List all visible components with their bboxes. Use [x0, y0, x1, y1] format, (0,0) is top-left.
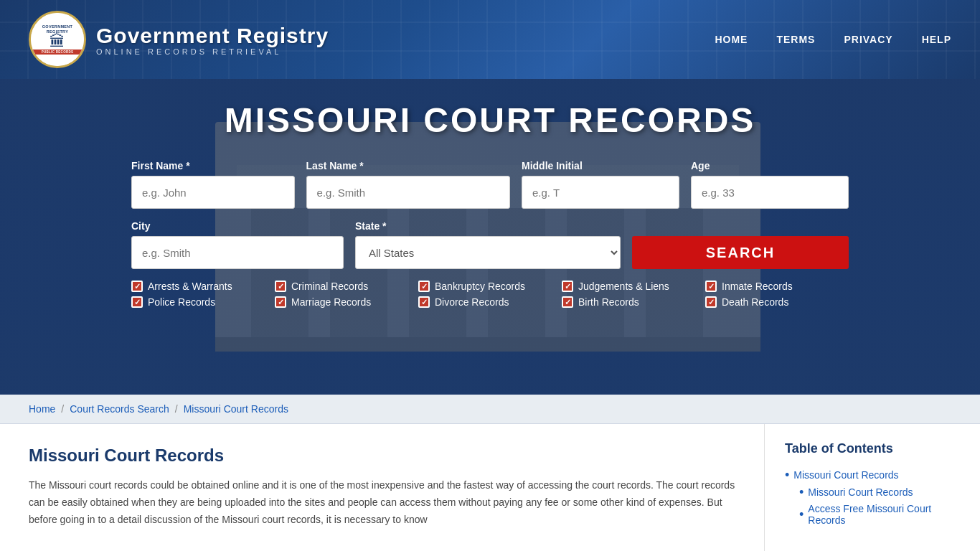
city-input[interactable]	[131, 236, 344, 269]
checkboxes-row: Arrests & WarrantsCriminal RecordsBankru…	[131, 281, 849, 308]
first-name-label: First Name *	[131, 160, 295, 171]
first-name-group: First Name *	[131, 160, 295, 209]
logo-ribbon-text: PUBLIC RECORDS	[31, 50, 84, 55]
checkbox-label: Police Records	[148, 296, 215, 308]
brand-sub: Online Records Retrieval	[96, 47, 329, 56]
checkbox-item[interactable]: Arrests & Warrants	[131, 281, 275, 292]
last-name-group: Last Name *	[306, 160, 510, 209]
first-name-input[interactable]	[131, 176, 295, 209]
age-group: Age	[691, 160, 849, 209]
checkbox-item[interactable]: Police Records	[131, 296, 275, 308]
checkbox-icon	[562, 281, 573, 292]
toc-title: Table of Contents	[785, 441, 960, 456]
toc-item: •Missouri Court Records	[785, 466, 960, 484]
last-name-label: Last Name *	[306, 160, 510, 171]
breadcrumb-sep-1: /	[61, 403, 64, 415]
checkbox-item[interactable]: Death Records	[705, 296, 849, 308]
city-group: City	[131, 220, 344, 269]
form-row-2: City State * All StatesAlabamaAlaskaAriz…	[131, 220, 849, 269]
form-row-1: First Name * Last Name * Middle Initial …	[131, 160, 849, 209]
age-label: Age	[691, 160, 849, 171]
checkbox-label: Inmate Records	[722, 281, 793, 292]
search-form: First Name * Last Name * Middle Initial …	[131, 160, 849, 308]
nav-privacy[interactable]: PRIVACY	[844, 34, 892, 45]
search-button[interactable]: SEARCH	[632, 236, 849, 269]
logo-area: GOVERNMENTREGISTRY 🏛 PUBLIC RECORDS Gove…	[29, 11, 329, 68]
checkbox-item[interactable]: Inmate Records	[705, 281, 849, 292]
middle-initial-label: Middle Initial	[522, 160, 679, 171]
city-label: City	[131, 220, 344, 232]
state-select[interactable]: All StatesAlabamaAlaskaArizonaArkansasCa…	[355, 236, 621, 269]
hero-title: MISSOURI COURT RECORDS	[225, 100, 756, 140]
nav-help[interactable]: HELP	[922, 34, 951, 45]
toc-bullet: •	[785, 468, 789, 481]
site-header: GOVERNMENTREGISTRY 🏛 PUBLIC RECORDS Gove…	[0, 0, 980, 79]
checkbox-item[interactable]: Marriage Records	[275, 296, 418, 308]
content-title: Missouri Court Records	[29, 446, 735, 466]
hero-section: MISSOURI COURT RECORDS First Name * Last…	[0, 79, 980, 395]
checkbox-item[interactable]: Criminal Records	[275, 281, 418, 292]
breadcrumb-court-records-search[interactable]: Court Records Search	[70, 403, 169, 415]
checkbox-label: Arrests & Warrants	[148, 281, 232, 292]
middle-initial-input[interactable]	[522, 176, 679, 209]
toc-item: •Access Free Missouri Court Records	[785, 501, 960, 528]
brand-text: Government Registry Online Records Retri…	[96, 24, 329, 56]
checkbox-icon	[275, 281, 286, 292]
breadcrumb-home[interactable]: Home	[29, 403, 55, 415]
checkbox-label: Divorce Records	[435, 296, 509, 308]
checkbox-item[interactable]: Bankruptcy Records	[418, 281, 562, 292]
checkbox-icon	[705, 281, 717, 292]
logo-circle: GOVERNMENTREGISTRY 🏛 PUBLIC RECORDS	[29, 11, 86, 68]
toc-list: •Missouri Court Records•Missouri Court R…	[785, 466, 960, 528]
state-group: State * All StatesAlabamaAlaskaArizonaAr…	[355, 220, 621, 269]
state-label: State *	[355, 220, 621, 232]
logo-building-icon: 🏛	[50, 34, 65, 50]
checkbox-icon	[131, 296, 143, 308]
checkbox-label: Death Records	[722, 296, 788, 308]
checkbox-icon	[418, 296, 430, 308]
checkbox-label: Criminal Records	[291, 281, 368, 292]
breadcrumb-sep-2: /	[175, 403, 178, 415]
checkbox-icon	[131, 281, 143, 292]
content-area: Missouri Court Records The Missouri cour…	[0, 424, 980, 551]
nav-home[interactable]: HOME	[715, 34, 748, 45]
breadcrumb-current: Missouri Court Records	[184, 403, 288, 415]
sidebar: Table of Contents •Missouri Court Record…	[765, 424, 980, 551]
age-input[interactable]	[691, 176, 849, 209]
header-nav: HOME TERMS PRIVACY HELP	[715, 34, 951, 45]
checkbox-icon	[275, 296, 286, 308]
checkbox-icon	[562, 296, 573, 308]
checkbox-label: Bankruptcy Records	[435, 281, 525, 292]
checkbox-icon	[705, 296, 717, 308]
checkbox-label: Judgements & Liens	[578, 281, 669, 292]
toc-bullet: •	[799, 486, 804, 499]
toc-item: •Missouri Court Records	[785, 484, 960, 501]
checkbox-label: Birth Records	[578, 296, 639, 308]
toc-link[interactable]: Access Free Missouri Court Records	[808, 503, 960, 526]
checkbox-icon	[418, 281, 430, 292]
brand-name: Government Registry	[96, 24, 329, 47]
last-name-input[interactable]	[306, 176, 510, 209]
checkbox-item[interactable]: Judgements & Liens	[562, 281, 705, 292]
nav-terms[interactable]: TERMS	[776, 34, 815, 45]
middle-initial-group: Middle Initial	[522, 160, 679, 209]
content-text: The Missouri court records could be obta…	[29, 477, 735, 528]
main-content: Missouri Court Records The Missouri cour…	[0, 424, 765, 551]
toc-link[interactable]: Missouri Court Records	[808, 486, 913, 498]
toc-link[interactable]: Missouri Court Records	[793, 469, 898, 481]
checkbox-item[interactable]: Birth Records	[562, 296, 705, 308]
checkbox-item[interactable]: Divorce Records	[418, 296, 562, 308]
checkbox-label: Marriage Records	[291, 296, 371, 308]
toc-bullet: •	[799, 508, 804, 521]
breadcrumb: Home / Court Records Search / Missouri C…	[0, 395, 980, 424]
